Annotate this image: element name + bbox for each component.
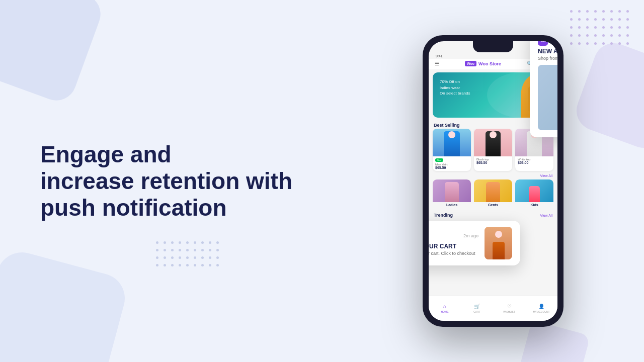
notif-arrivals-header: W Woo Store 2m ago [538,41,557,46]
notif-cart-header: W Woo Store 2m ago [429,231,478,241]
trending-view-all[interactable]: View All [540,214,552,217]
phone-screen: 9:41 ▊▊▊ WiFi 🔋 ☰ Woo Woo Store 🔍 ♡ [429,41,557,321]
trending-title: Trending [434,212,453,219]
notif-cart-title: ITEMS WAITING ON YOUR CART [429,243,478,250]
hero-content: Engage and increase retention with push … [40,141,302,221]
product-card-2[interactable]: Black top $65.50 [474,129,512,171]
category-gents[interactable]: Gents [474,179,512,208]
notif-cart-content: W Woo Store 2m ago ITEMS WAITING ON YOUR… [429,231,478,256]
categories-grid: Ladies Gents Kids [429,179,557,211]
wishlist-nav-icon: ♡ [507,304,512,309]
notif-arrivals-brand: W Woo Store [538,41,557,46]
banner-discount: 70% Off on [440,79,470,84]
dot-grid-left [156,241,219,266]
nav-home-label: HOME [441,310,449,313]
cart-nav-icon: 🛒 [474,304,480,309]
bg-shape-right [571,38,644,154]
category-label-ladies: Ladies [433,202,471,208]
account-nav-icon: 👤 [538,304,544,309]
notification-cart[interactable]: W Woo Store 2m ago ITEMS WAITING ON YOUR… [429,221,520,265]
product-image-1 [433,129,471,156]
bg-shape-bottom-left [0,247,130,362]
notif-arrivals-brand-icon: W [538,41,548,46]
nav-account[interactable]: 👤 MY ACCOUNT [525,296,557,321]
product-card-1[interactable]: New Men shirt $65.50 [433,129,471,171]
phone-mockup: 9:41 ▊▊▊ WiFi 🔋 ☰ Woo Woo Store 🔍 ♡ [423,35,564,327]
phone-container: 9:41 ▊▊▊ WiFi 🔋 ☰ Woo Woo Store 🔍 ♡ [423,35,564,327]
notif-cart-image [485,227,512,259]
product-info-2: Black top $65.50 [474,156,512,166]
woo-logo: Woo Woo Store [465,61,501,66]
notif-arrivals-title: NEW ARRIVALS ✨ [538,48,557,55]
nav-account-label: MY ACCOUNT [533,310,549,313]
bottom-nav: ⌂ HOME 🛒 CART ♡ WISHLIST 👤 MY ACCOUNT [429,296,557,321]
nav-home[interactable]: ⌂ HOME [429,296,461,321]
notification-arrivals[interactable]: W Woo Store 2m ago NEW ARRIVALS ✨ Shop f… [530,41,557,137]
nav-wishlist[interactable]: ♡ WISHLIST [493,296,525,321]
main-heading: Engage and increase retention with push … [40,141,302,221]
category-image-ladies [433,179,471,202]
category-ladies[interactable]: Ladies [433,179,471,208]
heading-line2: increase retention with [40,168,292,194]
trending-header: Trending View All [429,211,557,220]
heading-line3: push notification [40,194,227,220]
nav-wishlist-label: WISHLIST [503,310,515,313]
product-price-3: $53.00 [518,161,551,164]
view-all-link[interactable]: View All [429,174,557,179]
banner-text: 70% Off on ladies wear On select brands [440,78,470,96]
category-label-gents: Gents [474,202,512,208]
bg-shape-top-left [0,0,106,106]
product-info-1: New Men shirt $65.50 [433,156,471,171]
phone-notch [473,41,513,52]
product-price-2: $65.50 [476,161,510,164]
category-image-kids [515,179,553,202]
hamburger-icon[interactable]: ☰ [435,61,439,66]
app-name: Woo Store [478,61,501,66]
notif-cart-body: Item you added is waiting on your cart. … [429,251,478,256]
category-label-kids: Kids [515,202,553,208]
product-info-3: White top $53.00 [515,156,553,166]
home-icon: ⌂ [443,304,446,309]
notif-arrivals-image [538,65,557,130]
notif-cart-time: 2m ago [463,233,478,238]
banner-category: ladies wear [440,85,470,90]
dot-grid-right [570,10,629,45]
nav-cart[interactable]: 🛒 CART [461,296,493,321]
product-image-2 [474,129,512,156]
new-badge: New [435,158,443,162]
status-time: 9:41 [436,54,443,58]
nav-cart-label: CART [473,310,480,313]
category-image-gents [474,179,512,202]
product-price-1: $65.50 [435,166,468,169]
heading-line1: Engage and [40,141,172,167]
banner-sub: On select brands [440,91,470,96]
category-kids[interactable]: Kids [515,179,553,208]
notif-arrivals-brand-name: Woo Store [551,41,557,44]
notif-arrivals-subtitle: Shop from the latest collection [538,56,557,61]
woo-logo-box: Woo [465,61,476,66]
